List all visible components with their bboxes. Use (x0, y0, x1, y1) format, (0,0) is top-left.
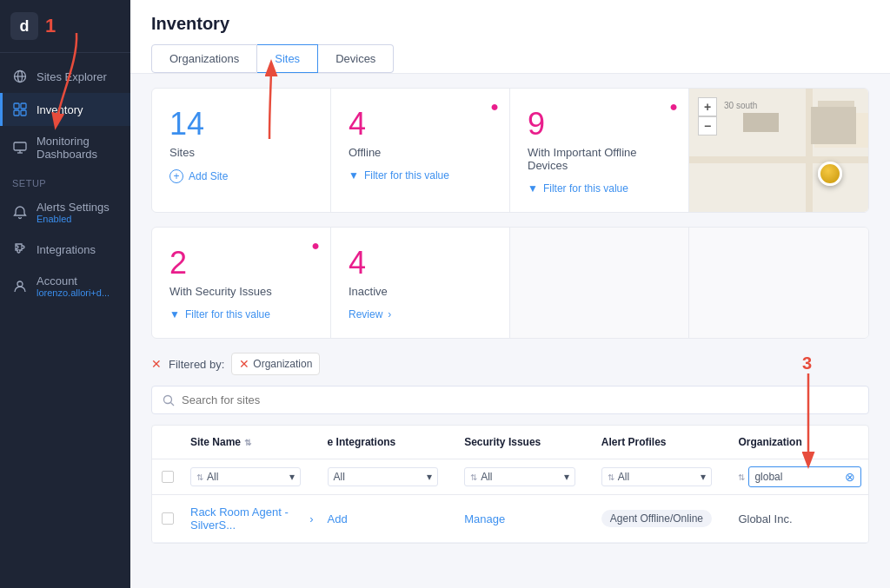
filtered-by-label: Filtered by: (169, 358, 224, 371)
stat-label-sites: Sites (169, 146, 313, 159)
stat-card-inactive: 4 Inactive Review › (331, 228, 510, 338)
user-icon (12, 279, 28, 294)
sidebar-item-sites-explorer[interactable]: Sites Explorer (0, 60, 130, 93)
row-alert-profiles: Agent Offline/Online (594, 508, 732, 529)
logo-letter: d (20, 17, 30, 36)
monitor-icon (12, 140, 28, 155)
content-area: 14 Sites + Add Site ● 4 Offline ▼ Filter (130, 74, 890, 588)
map-marker (818, 162, 842, 186)
sort-icon-site[interactable]: ⇅ (244, 438, 251, 447)
filter-site-name: ⇅ All ▾ (183, 463, 321, 491)
alert-filter-select[interactable]: ⇅ All ▾ (601, 467, 712, 486)
stat-number-sites: 14 (169, 106, 313, 142)
grid-icon (12, 102, 28, 117)
annotation-1: 1 (45, 15, 56, 37)
remove-org-filter[interactable]: ✕ (239, 357, 249, 371)
filter-org-col: ⇅ global ⊗ (731, 463, 868, 491)
sidebar-item-monitoring-text: Monitoring Dashboards (37, 135, 118, 161)
map-zoom-out[interactable]: − (698, 116, 717, 135)
sort-icon-filter-3: ⇅ (608, 472, 614, 482)
filter-icon-3: ▼ (169, 308, 180, 320)
tab-devices[interactable]: Devices (318, 44, 394, 73)
alert-icon-important: ● (669, 99, 678, 115)
page-title: Inventory (151, 14, 869, 34)
filter-security-action[interactable]: ▼ Filter for this value (169, 308, 313, 320)
stat-card-empty-1 (510, 228, 689, 338)
filter-tag-label: Organization (253, 358, 312, 370)
svg-rect-3 (14, 103, 19, 109)
stat-label-inactive: Inactive (349, 285, 492, 298)
tab-sites[interactable]: Sites (257, 44, 318, 73)
sidebar-item-label: Inventory (37, 103, 83, 116)
stat-card-empty-2 (689, 228, 868, 338)
filter-integrations: All ▾ (321, 463, 458, 491)
stat-number-inactive: 4 (349, 245, 492, 281)
org-filter-select[interactable]: global ⊗ (748, 466, 861, 487)
th-organization: Organization (731, 433, 868, 452)
svg-rect-4 (21, 103, 26, 109)
stat-label-security: With Security Issues (169, 285, 313, 298)
map-zoom-in[interactable]: + (698, 97, 717, 116)
filter-label: Filter for this value (364, 169, 449, 182)
security-filter-select[interactable]: ⇅ All ▾ (464, 467, 575, 486)
svg-rect-5 (14, 110, 19, 116)
stat-card-offline: ● 4 Offline ▼ Filter for this value (331, 89, 510, 212)
sidebar-item-account[interactable]: Account lorenzo.allori+d... (0, 266, 130, 307)
clear-org-filter[interactable]: ⊗ (845, 470, 855, 484)
row-checkbox (152, 511, 183, 526)
alert-icon-security: ● (311, 238, 320, 254)
sidebar-account-subtext: lorenzo.allori+d... (37, 287, 110, 298)
review-action[interactable]: Review › (349, 308, 492, 320)
review-chevron: › (388, 308, 391, 320)
sidebar-item-inventory[interactable]: Inventory (0, 93, 130, 126)
row-integrations[interactable]: Add (321, 511, 458, 527)
chevron-down-icon-3: ▾ (564, 471, 569, 483)
sort-icon-filter: ⇅ (196, 472, 203, 482)
row-security[interactable]: Manage (457, 511, 594, 527)
filter-label-3: Filter for this value (185, 308, 270, 320)
filter-bar: ✕ Filtered by: ✕ Organization (151, 353, 869, 375)
stats-grid-row2: ● 2 With Security Issues ▼ Filter for th… (151, 227, 869, 339)
th-security: Security Issues (457, 433, 594, 452)
filter-icon-2: ▼ (528, 182, 538, 195)
sort-icon-org: ⇅ (738, 472, 745, 482)
sort-icon-filter-2: ⇅ (470, 472, 477, 482)
review-label: Review (349, 308, 382, 320)
row-site-name[interactable]: Rack Room Agent - SilverS... › (183, 504, 321, 533)
row-organization: Global Inc. (731, 511, 868, 527)
sidebar-item-label: Alerts Settings (37, 201, 110, 214)
checkbox-all[interactable] (152, 463, 183, 491)
filter-offline-action[interactable]: ▼ Filter for this value (349, 169, 492, 182)
sidebar-alerts-text: Alerts Settings Enabled (37, 201, 110, 224)
stat-label-important: With Important Offline Devices (528, 146, 671, 172)
sidebar-item-monitoring[interactable]: Monitoring Dashboards (0, 126, 130, 169)
alert-icon-offline: ● (490, 99, 499, 115)
sites-table: Site Name ⇅ e Integrations Security Issu… (151, 425, 869, 544)
bell-icon (12, 205, 28, 221)
stat-number-security: 2 (169, 245, 313, 281)
chevron-right-icon: › (309, 512, 313, 525)
tab-organizations[interactable]: Organizations (151, 44, 257, 73)
sidebar-item-label: Integrations (37, 243, 96, 256)
sidebar-alerts-subtext: Enabled (37, 214, 110, 224)
clear-all-filter[interactable]: ✕ (151, 357, 162, 371)
puzzle-icon (12, 241, 28, 257)
sidebar-logo: d 1 (0, 0, 130, 53)
site-name-filter-select[interactable]: ⇅ All ▾ (190, 467, 301, 486)
filter-important-action[interactable]: ▼ Filter for this value (528, 182, 671, 195)
search-input[interactable] (182, 393, 858, 406)
add-site-action[interactable]: + Add Site (169, 169, 313, 183)
sidebar-item-label: Monitoring Dashboards (37, 135, 118, 161)
sidebar-item-integrations[interactable]: Integrations (0, 233, 130, 266)
stat-number-important: 9 (528, 106, 671, 142)
sidebar-item-alerts[interactable]: Alerts Settings Enabled (0, 192, 130, 233)
svg-line-12 (171, 402, 175, 406)
integrations-filter-select[interactable]: All ▾ (328, 467, 438, 486)
th-alert-profiles: Alert Profiles (594, 433, 732, 452)
sidebar-account-text: Account lorenzo.allori+d... (37, 274, 110, 298)
row-1-checkbox[interactable] (162, 512, 174, 525)
sidebar-item-label: Account (37, 274, 110, 287)
tab-bar: Organizations Sites Devices (151, 44, 869, 73)
chevron-down-icon-4: ▾ (701, 471, 706, 483)
select-all-checkbox[interactable] (162, 471, 174, 483)
